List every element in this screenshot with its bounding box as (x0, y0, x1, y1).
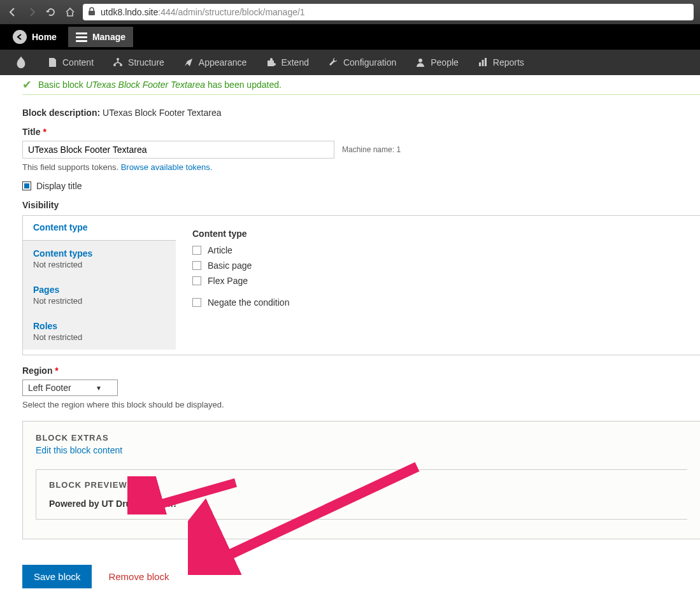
url-text: utdk8.lndo.site:444/admin/structure/bloc… (101, 7, 305, 17)
svg-point-3 (120, 64, 122, 66)
status-text: Basic block UTexas Block Footer Textarea… (38, 80, 282, 90)
nav-structure[interactable]: Structure (104, 51, 173, 74)
nav-reports[interactable]: Reports (469, 51, 533, 74)
nav-configuration[interactable]: Configuration (319, 51, 405, 74)
negate-condition[interactable]: Negate the condition (192, 297, 683, 308)
browser-forward-button[interactable] (25, 6, 38, 18)
home-label: Home (32, 32, 57, 42)
title-input[interactable] (22, 141, 334, 159)
browser-chrome: utdk8.lndo.site:444/admin/structure/bloc… (0, 0, 700, 24)
visibility-content: Content type Article Basic page Flex Pag… (176, 216, 700, 355)
svg-rect-5 (479, 62, 481, 66)
svg-point-4 (418, 59, 422, 62)
title-help: This field supports tokens. Browse avail… (22, 162, 700, 172)
save-block-button[interactable]: Save block (22, 565, 92, 588)
admin-nav: Content Structure Appearance Extend Conf… (0, 50, 700, 75)
title-label: Title * (22, 127, 700, 137)
chevron-down-icon: ▼ (96, 385, 102, 392)
browse-tokens-link[interactable]: Browse available tokens. (121, 162, 213, 172)
admin-topbar: Home Manage (0, 24, 700, 50)
browser-back-button[interactable] (6, 6, 19, 18)
block-extras-title: BLOCK EXTRAS (36, 433, 687, 443)
nav-appearance[interactable]: Appearance (175, 51, 256, 74)
nav-people[interactable]: People (406, 51, 468, 74)
visibility-label: Visibility (22, 200, 700, 210)
content-type-option-basic-page[interactable]: Basic page (192, 260, 683, 271)
lock-icon (88, 7, 96, 18)
check-icon: ✔ (22, 78, 32, 92)
form-actions: Save block Remove block (22, 565, 700, 588)
block-extras-panel: BLOCK EXTRAS Edit this block content BLO… (22, 421, 700, 539)
block-preview-title: BLOCK PREVIEW (49, 480, 675, 490)
visibility-tabs: Content type Content types Not restricte… (23, 216, 176, 355)
visibility-tab-content-types[interactable]: Content types Not restricted (23, 241, 176, 277)
display-title-label: Display title (36, 181, 82, 191)
home-button[interactable]: Home (5, 25, 64, 49)
drupal-logo[interactable] (5, 49, 37, 76)
nav-extend[interactable]: Extend (257, 51, 318, 74)
svg-point-2 (113, 64, 116, 66)
manage-label: Manage (92, 32, 125, 42)
visibility-panel: Content type Content types Not restricte… (22, 215, 700, 355)
region-label: Region * (22, 365, 700, 376)
block-description: Block description: UTexas Block Footer T… (22, 108, 700, 118)
svg-rect-0 (89, 11, 95, 15)
region-help: Select the region where this block shoul… (22, 400, 700, 409)
manage-button[interactable]: Manage (68, 27, 133, 47)
checkbox-article[interactable] (192, 246, 201, 255)
checkbox-negate[interactable] (192, 298, 201, 307)
edit-block-content-link[interactable]: Edit this block content (36, 445, 687, 455)
visibility-tab-pages[interactable]: Pages Not restricted (23, 277, 176, 313)
visibility-content-heading: Content type (192, 229, 683, 239)
checkbox-flex-page[interactable] (192, 276, 201, 285)
browser-reload-button[interactable] (45, 6, 57, 18)
remove-block-link[interactable]: Remove block (108, 571, 169, 582)
visibility-tab-header[interactable]: Content type (23, 216, 176, 241)
svg-point-1 (117, 58, 119, 60)
browser-home-button[interactable] (64, 6, 76, 18)
region-select[interactable]: Left Footer ▼ (22, 380, 118, 396)
status-message: ✔ Basic block UTexas Block Footer Textar… (22, 75, 700, 95)
block-preview-content: Powered by UT Drupal Kit!!!!!! (49, 499, 675, 509)
back-arrow-icon (13, 30, 27, 44)
display-title-checkbox[interactable] (22, 181, 31, 190)
svg-rect-7 (485, 58, 487, 66)
hamburger-icon (76, 32, 87, 42)
nav-content[interactable]: Content (38, 51, 103, 74)
browser-address-bar[interactable]: utdk8.lndo.site:444/admin/structure/bloc… (83, 4, 694, 20)
content-area: ✔ Basic block UTexas Block Footer Textar… (0, 75, 700, 603)
block-preview-panel: BLOCK PREVIEW Powered by UT Drupal Kit!!… (36, 469, 687, 520)
checkbox-basic-page[interactable] (192, 261, 201, 270)
content-type-option-flex-page[interactable]: Flex Page (192, 276, 683, 286)
machine-name: Machine name: 1 (342, 145, 401, 154)
svg-rect-6 (482, 60, 483, 66)
content-type-option-article[interactable]: Article (192, 245, 683, 255)
visibility-tab-roles[interactable]: Roles Not restricted (23, 313, 176, 350)
display-title-row[interactable]: Display title (22, 181, 700, 191)
